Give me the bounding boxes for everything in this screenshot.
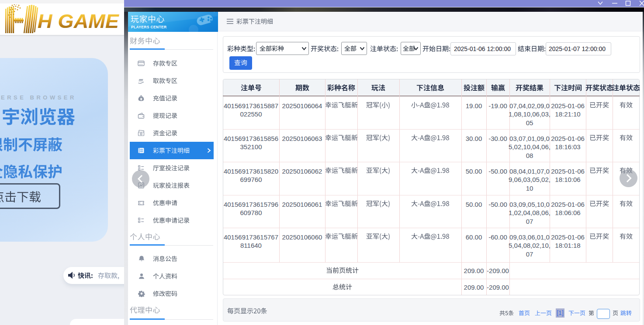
svg-text:H GAME: H GAME — [38, 10, 120, 32]
